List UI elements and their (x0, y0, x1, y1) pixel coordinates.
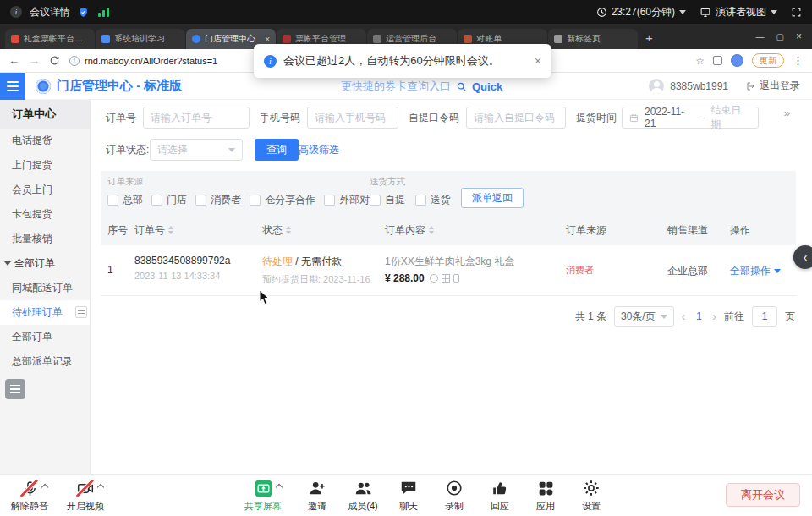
share-screen-icon (254, 479, 273, 498)
sidebar-item-member-visit[interactable]: 会员上门 (0, 178, 90, 202)
favicon-icon (11, 35, 19, 43)
prev-page-icon[interactable]: ‹ (682, 310, 686, 323)
col-status[interactable]: 状态 (262, 215, 291, 245)
pickup-code-input[interactable] (466, 107, 566, 129)
goto-page-input[interactable] (752, 306, 777, 327)
advanced-filter-link[interactable]: 高级筛选 (299, 139, 339, 161)
forward-icon[interactable]: → (29, 54, 40, 67)
invite-person-icon (308, 479, 326, 497)
fullscreen-icon[interactable] (791, 7, 802, 18)
sort-icon[interactable] (286, 226, 291, 234)
site-info-icon[interactable]: i (69, 56, 80, 66)
checkbox-icon (415, 195, 426, 206)
browser-menu-icon[interactable]: ⋮ (793, 54, 804, 67)
reactions-button[interactable]: 回应 (474, 477, 526, 513)
sidebar-item-phone-pickup[interactable]: 电话提货 (0, 129, 90, 153)
menu-burger-button[interactable] (0, 73, 25, 100)
side-panel-handle[interactable]: ‹ (793, 245, 812, 269)
pin-list-icon[interactable] (75, 306, 87, 318)
goto-label: 前往 (724, 310, 744, 324)
tab-close-icon[interactable]: × (265, 35, 270, 44)
tab-label: 新标签页 (567, 33, 632, 45)
checkbox-source-hq[interactable]: 总部 (107, 193, 143, 207)
new-tab-button[interactable]: + (645, 30, 653, 45)
meeting-details-label[interactable]: 会议详情 (30, 5, 70, 19)
window-minimize-icon[interactable]: — (756, 32, 765, 41)
apps-button[interactable]: 应用 (519, 477, 572, 513)
checkbox-source-store[interactable]: 门店 (151, 193, 187, 207)
chat-button[interactable]: 聊天 (382, 477, 435, 513)
favicon-icon (192, 35, 200, 43)
sidebar-group-all-orders[interactable]: 全部订单 (0, 251, 90, 276)
sidebar-item-city-delivery[interactable]: 同城配送订单 (0, 276, 90, 300)
order-status-select[interactable]: 请选择 (150, 139, 243, 161)
browser-tab[interactable]: 系统培训学习 (96, 29, 185, 49)
col-order-no[interactable]: 订单号 (134, 215, 173, 245)
sidebar-item-hq-dispatch-log[interactable]: 总部派单记录 (0, 349, 90, 374)
checkbox-self-pickup[interactable]: 自提 (370, 193, 405, 207)
source-cell: 消费者 (566, 264, 594, 277)
phone-label: 手机号码 (260, 107, 300, 129)
sidebar-item-batch-verify[interactable]: 批量核销 (0, 227, 90, 251)
extensions-icon[interactable] (713, 56, 722, 65)
col-content[interactable]: 订单内容 (385, 215, 434, 245)
back-icon[interactable]: ← (8, 54, 19, 67)
meeting-timer[interactable]: 23:27(60分钟) (596, 5, 686, 19)
order-no-input[interactable] (143, 107, 250, 129)
reload-icon[interactable] (49, 55, 60, 66)
channel-cell: 企业总部 (667, 264, 708, 278)
sidebar-item-all-orders[interactable]: 全部订单 (0, 325, 90, 349)
window-close-icon[interactable]: × (796, 30, 802, 42)
checkbox-source-warehouse-coop[interactable]: 仓分享合作 (250, 193, 315, 207)
browser-tab[interactable]: 新标签页 (548, 29, 638, 49)
toast-close-icon[interactable]: × (535, 54, 541, 68)
window-maximize-icon[interactable]: ▢ (776, 32, 784, 41)
start-video-button[interactable]: 开启视频 (59, 477, 112, 513)
browser-tab[interactable]: 礼盒票帐平台管理中心 (5, 29, 95, 49)
chevron-up-icon[interactable] (41, 484, 48, 491)
record-button[interactable]: 录制 (428, 477, 480, 513)
sort-icon[interactable] (168, 226, 173, 234)
sidebar-item-door-pickup[interactable]: 上门提货 (0, 153, 90, 178)
favicon-icon (373, 35, 381, 43)
collapse-filters-icon[interactable]: » (784, 107, 788, 119)
leave-meeting-button[interactable]: 离开会议 (726, 483, 800, 507)
checkbox-delivery[interactable]: 送货 (415, 193, 451, 207)
order-status-label: 订单状态: (106, 139, 149, 161)
invite-label: 邀请 (308, 500, 326, 513)
floating-list-button[interactable] (5, 379, 25, 399)
browser-profile-avatar[interactable] (731, 54, 743, 67)
settings-button[interactable]: 设置 (565, 477, 617, 513)
current-page[interactable]: 1 (693, 310, 705, 322)
invite-button[interactable]: 邀请 (291, 477, 343, 513)
table-row[interactable]: 1 8385934508899792a 2023-11-13 14:33:34 … (101, 245, 796, 296)
chevron-up-icon[interactable] (97, 484, 104, 491)
bookmark-star-icon[interactable]: ☆ (695, 55, 705, 67)
chevron-up-icon[interactable] (276, 484, 283, 491)
page-size-select[interactable]: 30条/页 (614, 306, 674, 327)
share-screen-button[interactable]: 共享屏幕 (237, 477, 289, 513)
unmute-button[interactable]: 解除静音 (3, 477, 56, 513)
logout-button[interactable]: 退出登录 (746, 79, 800, 93)
order-price: ¥ 288.00 (385, 272, 425, 284)
dispatch-return-button[interactable]: 派单返回 (461, 188, 524, 208)
action-cell[interactable]: 全部操作 (730, 264, 781, 278)
favicon-icon (464, 35, 472, 43)
search-button[interactable]: 查询 (255, 139, 299, 161)
members-button[interactable]: 成员(4) (337, 477, 389, 513)
sidebar-item-pending-orders[interactable]: 待处理订单 (0, 300, 90, 325)
user-avatar[interactable] (649, 79, 664, 94)
view-mode-selector[interactable]: 演讲者视图 (700, 5, 777, 19)
sidebar-item-card-pickup[interactable]: 卡包提货 (0, 202, 90, 227)
timer-text: 23:27(60分钟) (612, 5, 675, 19)
order-time: 2023-11-13 14:33:34 (134, 271, 230, 281)
col-source: 订单来源 (566, 215, 606, 245)
next-page-icon[interactable]: › (712, 310, 716, 323)
sort-icon[interactable] (429, 226, 434, 234)
phone-input[interactable] (307, 107, 398, 129)
meeting-window: i 会议详情 23:27(60分钟) 演讲者视图 礼盒票帐平台管理中心 系统培训… (0, 0, 812, 516)
pickup-date-range[interactable]: 2022-11-21 - 结束日期 (622, 107, 759, 129)
checkbox-source-consumer[interactable]: 消费者 (195, 193, 241, 207)
browser-update-button[interactable]: 更新 (752, 53, 784, 68)
sidebar: 订单中心 电话提货 上门提货 会员上门 卡包提货 批量核销 全部订单 同城配送订… (0, 100, 91, 474)
